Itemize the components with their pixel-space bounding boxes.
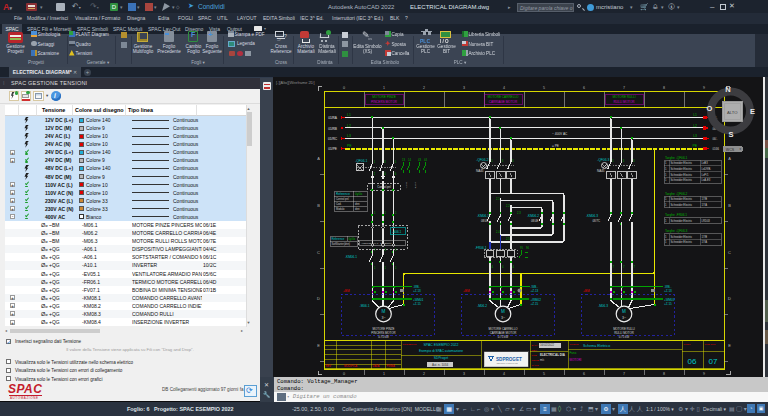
svg-text:[-][Alto][Wireframe 2D]: [-][Alto][Wireframe 2D] — [276, 80, 314, 85]
svg-text:Foglio: Foglio — [684, 343, 691, 346]
svg-text:06/..: 06/.. — [713, 137, 718, 141]
svg-text:M: M — [622, 309, 626, 314]
svg-text:08/4E: 08/4E — [531, 219, 538, 223]
svg-text:8: 8 — [663, 372, 665, 376]
svg-text:Reference: Reference — [336, 192, 350, 196]
svg-text:Schneider Electric: Schneider Electric — [671, 167, 693, 171]
svg-text:ATS01N206xx.1 SoftStarter: ATS01N206xx.1 SoftStarter — [361, 242, 392, 245]
svg-text:B: B — [317, 203, 320, 208]
svg-text:01/RA: 01/RA — [328, 116, 338, 120]
svg-text:4: 4 — [503, 86, 505, 90]
svg-text:Schneider Electric: Schneider Electric — [671, 197, 693, 201]
svg-text:Control pnl: Control pnl — [336, 197, 349, 201]
svg-text:+BM: +BM — [583, 289, 590, 293]
svg-text:D: D — [728, 296, 731, 301]
svg-text:SoftStarter(dnn): SoftStarter(dnn) — [332, 242, 351, 246]
svg-text:PROGETTO: PROGETTO — [403, 343, 417, 346]
svg-text:A: A — [728, 156, 731, 161]
svg-text:3: 3 — [463, 372, 465, 376]
svg-text:2.2: 2.2 — [506, 204, 510, 208]
svg-text:C: C — [728, 250, 731, 255]
svg-text:N: N — [725, 85, 730, 94]
svg-text:TITOLO: TITOLO — [570, 343, 579, 346]
svg-text:3: 3 — [463, 86, 465, 90]
svg-text:O: O — [707, 104, 713, 113]
svg-text:Targhe -QF06.3: Targhe -QF06.3 — [665, 229, 688, 233]
svg-text:E: E — [317, 343, 320, 348]
svg-text:-KM06.2: -KM06.2 — [527, 214, 539, 218]
svg-text:~ 400V AC: ~ 400V AC — [552, 132, 568, 136]
svg-text:08/4C: 08/4C — [481, 219, 488, 223]
svg-text:2.3: 2.3 — [517, 211, 521, 215]
svg-text:E: E — [750, 107, 755, 116]
svg-text:3~: 3~ — [501, 316, 505, 320]
svg-text:08/7C: 08/7C — [593, 219, 600, 223]
svg-text:Reference: Reference — [332, 237, 345, 241]
svg-text:06: 06 — [688, 357, 697, 366]
svg-text:+Z.13: +Z.13 — [664, 289, 672, 293]
svg-text:LRD03: LRD03 — [702, 219, 711, 223]
svg-text:NA45: NA45 — [597, 169, 605, 173]
svg-text:L1: L1 — [693, 113, 697, 117]
svg-text:Fogli Seg.: Fogli Seg. — [705, 343, 717, 346]
svg-text:MOTORI: MOTORI — [570, 358, 582, 362]
svg-text:m/c: m/c — [540, 358, 545, 362]
svg-text:E: E — [728, 343, 731, 348]
svg-text:PINCERS MOTOR: PINCERS MOTOR — [371, 100, 398, 104]
svg-text:L2: L2 — [347, 124, 351, 128]
svg-text:+BM: +BM — [463, 289, 470, 293]
svg-text:LxP/1: LxP/1 — [702, 173, 709, 177]
svg-text:INDUSTRIAL SOFTWARE: INDUSTRIAL SOFTWARE — [497, 362, 519, 364]
svg-text:01/RC: 01/RC — [328, 137, 338, 141]
svg-text:Schneider Electric: Schneider Electric — [671, 235, 693, 239]
svg-text:dnn: dnn — [355, 207, 360, 211]
svg-text:0: 0 — [343, 86, 345, 90]
svg-text:7: 7 — [623, 86, 625, 90]
svg-text:+Z.15: +Z.15 — [664, 302, 672, 306]
svg-text:C: C — [317, 250, 320, 255]
svg-text:01/RB: 01/RB — [328, 127, 337, 131]
svg-text:3~: 3~ — [622, 316, 626, 320]
svg-text:5: 5 — [543, 372, 545, 376]
svg-text:FILE: FILE — [532, 354, 538, 357]
svg-text:NOME: NOME — [532, 359, 540, 362]
svg-text:0.75 kW: 0.75 kW — [498, 335, 509, 339]
svg-text:ALTO: ALTO — [727, 110, 738, 115]
svg-text:-KM06.1: -KM06.1 — [345, 255, 357, 259]
svg-text:Schneider Electric: Schneider Electric — [671, 178, 693, 182]
svg-text:7: 7 — [623, 372, 625, 376]
svg-text:A: A — [317, 156, 320, 161]
svg-text:Funz.: Funz. — [570, 351, 578, 355]
svg-text:REV: REV — [326, 364, 332, 368]
svg-text:Cod.: Cod. — [336, 202, 342, 206]
svg-text:PE: PE — [347, 144, 352, 148]
svg-text:0: 0 — [343, 372, 345, 376]
svg-text:LxB3: LxB3 — [702, 161, 709, 165]
svg-text:0.75 kW: 0.75 kW — [378, 335, 389, 339]
svg-text:2.5: 2.5 — [506, 237, 510, 241]
svg-text:Schneider Electric: Schneider Electric — [671, 240, 693, 244]
svg-text:-M06.2: -M06.2 — [477, 304, 487, 308]
svg-text:2.1: 2.1 — [496, 197, 500, 201]
svg-text:17/B: 17/B — [702, 235, 708, 239]
svg-text:L1: L1 — [347, 113, 351, 117]
svg-text:8: 8 — [663, 86, 665, 90]
svg-text:2: 2 — [423, 372, 425, 376]
svg-text:Targhe -QF06.1: Targhe -QF06.1 — [665, 156, 688, 160]
svg-text:+Z.15: +Z.15 — [413, 302, 421, 306]
svg-text:Schneider Electric: Schneider Electric — [671, 203, 693, 207]
svg-text:dnn: dnn — [355, 202, 360, 206]
svg-text:0.75 kW: 0.75 kW — [619, 335, 630, 339]
svg-text:9: 9 — [703, 86, 705, 90]
svg-text:SPAC ESEMPIO 2022: SPAC ESEMPIO 2022 — [424, 343, 459, 347]
svg-text:+Z.13: +Z.13 — [531, 289, 539, 293]
svg-text:CARRIAGE MOTOR: CARRIAGE MOTOR — [489, 100, 518, 104]
svg-text:S: S — [728, 130, 733, 139]
svg-text:SDPROGET: SDPROGET — [496, 357, 522, 362]
svg-text:MOTORE RULLI: MOTORE RULLI — [612, 95, 635, 99]
svg-text:Esempio di SPAC automazione: Esempio di SPAC automazione — [419, 349, 463, 353]
svg-text:9: 9 — [703, 372, 705, 376]
svg-text:6: 6 — [583, 86, 585, 90]
svg-text:3~: 3~ — [381, 316, 385, 320]
svg-text:-M06.3: -M06.3 — [598, 304, 608, 308]
